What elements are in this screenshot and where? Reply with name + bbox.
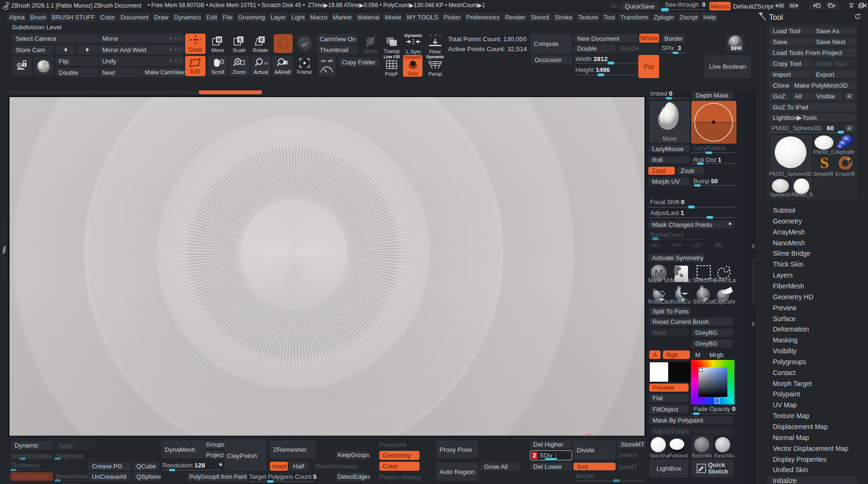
svg-text:BPR: BPR (731, 45, 742, 51)
svg-text:S: S (820, 155, 829, 171)
svg-text:S: S (239, 36, 242, 42)
svg-text:R: R (260, 36, 264, 42)
svg-text:x1: x1 (264, 61, 268, 65)
svg-text:M: M (217, 36, 221, 42)
